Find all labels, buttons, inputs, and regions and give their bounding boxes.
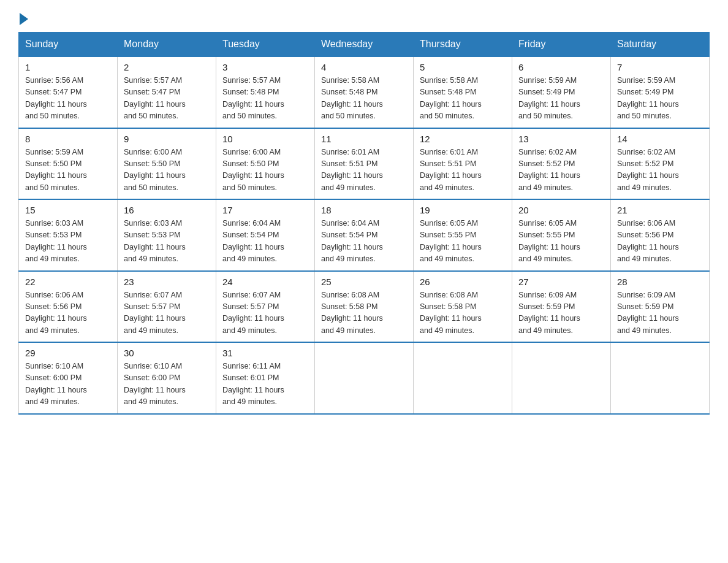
calendar-week-row: 8Sunrise: 5:59 AMSunset: 5:50 PMDaylight… xyxy=(19,128,710,200)
calendar-day-cell: 22Sunrise: 6:06 AMSunset: 5:56 PMDayligh… xyxy=(19,271,118,343)
day-info: Sunrise: 6:11 AMSunset: 6:01 PMDaylight:… xyxy=(222,361,308,408)
day-info: Sunrise: 6:01 AMSunset: 5:51 PMDaylight:… xyxy=(321,147,407,194)
calendar-day-cell: 12Sunrise: 6:01 AMSunset: 5:51 PMDayligh… xyxy=(414,128,512,200)
day-number: 17 xyxy=(222,205,308,215)
weekday-header-thursday: Thursday xyxy=(414,33,512,57)
calendar-day-cell: 8Sunrise: 5:59 AMSunset: 5:50 PMDaylight… xyxy=(19,128,118,200)
day-number: 11 xyxy=(321,134,407,144)
weekday-header-tuesday: Tuesday xyxy=(216,33,315,57)
day-number: 25 xyxy=(321,277,407,287)
empty-cell xyxy=(512,342,611,414)
day-info: Sunrise: 5:57 AMSunset: 5:47 PMDaylight:… xyxy=(124,75,210,123)
day-info: Sunrise: 6:10 AMSunset: 6:00 PMDaylight:… xyxy=(124,361,210,408)
calendar-day-cell: 9Sunrise: 6:00 AMSunset: 5:50 PMDaylight… xyxy=(118,128,216,200)
day-info: Sunrise: 6:08 AMSunset: 5:58 PMDaylight:… xyxy=(420,289,506,337)
calendar-day-cell: 29Sunrise: 6:10 AMSunset: 6:00 PMDayligh… xyxy=(19,342,118,414)
day-info: Sunrise: 5:59 AMSunset: 5:49 PMDaylight:… xyxy=(518,75,604,123)
day-number: 14 xyxy=(617,134,703,144)
calendar-day-cell: 26Sunrise: 6:08 AMSunset: 5:58 PMDayligh… xyxy=(414,271,512,343)
day-info: Sunrise: 6:08 AMSunset: 5:58 PMDaylight:… xyxy=(321,289,407,337)
day-info: Sunrise: 6:07 AMSunset: 5:57 PMDaylight:… xyxy=(124,289,210,337)
calendar-week-row: 1Sunrise: 5:56 AMSunset: 5:47 PMDaylight… xyxy=(19,56,710,128)
calendar-day-cell: 21Sunrise: 6:06 AMSunset: 5:56 PMDayligh… xyxy=(611,199,710,271)
day-info: Sunrise: 6:00 AMSunset: 5:50 PMDaylight:… xyxy=(124,147,210,194)
calendar-day-cell: 4Sunrise: 5:58 AMSunset: 5:48 PMDaylight… xyxy=(315,56,414,128)
logo xyxy=(18,12,29,21)
day-info: Sunrise: 6:02 AMSunset: 5:52 PMDaylight:… xyxy=(617,147,703,194)
day-info: Sunrise: 6:06 AMSunset: 5:56 PMDaylight:… xyxy=(25,289,111,337)
calendar-day-cell: 17Sunrise: 6:04 AMSunset: 5:54 PMDayligh… xyxy=(216,199,315,271)
day-number: 2 xyxy=(124,62,210,72)
calendar-day-cell: 6Sunrise: 5:59 AMSunset: 5:49 PMDaylight… xyxy=(512,56,611,128)
weekday-header-wednesday: Wednesday xyxy=(315,33,414,57)
day-number: 16 xyxy=(124,205,210,215)
day-number: 7 xyxy=(617,62,703,72)
day-info: Sunrise: 6:05 AMSunset: 5:55 PMDaylight:… xyxy=(518,218,604,266)
day-info: Sunrise: 6:02 AMSunset: 5:52 PMDaylight:… xyxy=(518,147,604,194)
weekday-header-saturday: Saturday xyxy=(611,33,710,57)
calendar-day-cell: 3Sunrise: 5:57 AMSunset: 5:48 PMDaylight… xyxy=(216,56,315,128)
day-info: Sunrise: 5:59 AMSunset: 5:50 PMDaylight:… xyxy=(25,147,111,194)
day-info: Sunrise: 6:04 AMSunset: 5:54 PMDaylight:… xyxy=(321,218,407,266)
day-number: 28 xyxy=(617,277,703,287)
day-info: Sunrise: 6:03 AMSunset: 5:53 PMDaylight:… xyxy=(124,218,210,266)
calendar-day-cell: 23Sunrise: 6:07 AMSunset: 5:57 PMDayligh… xyxy=(118,271,216,343)
calendar-day-cell: 14Sunrise: 6:02 AMSunset: 5:52 PMDayligh… xyxy=(611,128,710,200)
day-info: Sunrise: 6:09 AMSunset: 5:59 PMDaylight:… xyxy=(617,289,703,337)
calendar-day-cell: 16Sunrise: 6:03 AMSunset: 5:53 PMDayligh… xyxy=(118,199,216,271)
day-info: Sunrise: 6:07 AMSunset: 5:57 PMDaylight:… xyxy=(222,289,308,337)
day-info: Sunrise: 6:03 AMSunset: 5:53 PMDaylight:… xyxy=(25,218,111,266)
day-info: Sunrise: 5:59 AMSunset: 5:49 PMDaylight:… xyxy=(617,75,703,123)
day-info: Sunrise: 5:57 AMSunset: 5:48 PMDaylight:… xyxy=(222,75,308,123)
day-number: 30 xyxy=(124,348,210,358)
day-number: 4 xyxy=(321,62,407,72)
calendar-day-cell: 19Sunrise: 6:05 AMSunset: 5:55 PMDayligh… xyxy=(414,199,512,271)
day-number: 3 xyxy=(222,62,308,72)
calendar-day-cell: 5Sunrise: 5:58 AMSunset: 5:48 PMDaylight… xyxy=(414,56,512,128)
page-header xyxy=(18,12,710,21)
day-info: Sunrise: 6:01 AMSunset: 5:51 PMDaylight:… xyxy=(420,147,506,194)
day-number: 27 xyxy=(518,277,604,287)
day-number: 31 xyxy=(222,348,308,358)
day-number: 5 xyxy=(420,62,506,72)
calendar-day-cell: 25Sunrise: 6:08 AMSunset: 5:58 PMDayligh… xyxy=(315,271,414,343)
day-number: 8 xyxy=(25,134,111,144)
calendar-day-cell: 18Sunrise: 6:04 AMSunset: 5:54 PMDayligh… xyxy=(315,199,414,271)
empty-cell xyxy=(414,342,512,414)
day-info: Sunrise: 5:56 AMSunset: 5:47 PMDaylight:… xyxy=(25,75,111,123)
day-number: 15 xyxy=(25,205,111,215)
day-info: Sunrise: 6:09 AMSunset: 5:59 PMDaylight:… xyxy=(518,289,604,337)
day-number: 22 xyxy=(25,277,111,287)
calendar-table: SundayMondayTuesdayWednesdayThursdayFrid… xyxy=(18,32,710,415)
calendar-day-cell: 20Sunrise: 6:05 AMSunset: 5:55 PMDayligh… xyxy=(512,199,611,271)
calendar-day-cell: 7Sunrise: 5:59 AMSunset: 5:49 PMDaylight… xyxy=(611,56,710,128)
day-number: 21 xyxy=(617,205,703,215)
empty-cell xyxy=(315,342,414,414)
day-number: 23 xyxy=(124,277,210,287)
calendar-day-cell: 11Sunrise: 6:01 AMSunset: 5:51 PMDayligh… xyxy=(315,128,414,200)
calendar-day-cell: 1Sunrise: 5:56 AMSunset: 5:47 PMDaylight… xyxy=(19,56,118,128)
day-info: Sunrise: 6:06 AMSunset: 5:56 PMDaylight:… xyxy=(617,218,703,266)
calendar-day-cell: 31Sunrise: 6:11 AMSunset: 6:01 PMDayligh… xyxy=(216,342,315,414)
day-number: 13 xyxy=(518,134,604,144)
calendar-day-cell: 30Sunrise: 6:10 AMSunset: 6:00 PMDayligh… xyxy=(118,342,216,414)
day-number: 1 xyxy=(25,62,111,72)
weekday-header-monday: Monday xyxy=(118,33,216,57)
calendar-day-cell: 27Sunrise: 6:09 AMSunset: 5:59 PMDayligh… xyxy=(512,271,611,343)
logo-arrow-icon xyxy=(20,13,28,25)
day-number: 19 xyxy=(420,205,506,215)
calendar-week-row: 15Sunrise: 6:03 AMSunset: 5:53 PMDayligh… xyxy=(19,199,710,271)
calendar-week-row: 22Sunrise: 6:06 AMSunset: 5:56 PMDayligh… xyxy=(19,271,710,343)
calendar-day-cell: 10Sunrise: 6:00 AMSunset: 5:50 PMDayligh… xyxy=(216,128,315,200)
day-number: 18 xyxy=(321,205,407,215)
day-number: 20 xyxy=(518,205,604,215)
weekday-header-sunday: Sunday xyxy=(19,33,118,57)
day-number: 9 xyxy=(124,134,210,144)
day-number: 29 xyxy=(25,348,111,358)
calendar-week-row: 29Sunrise: 6:10 AMSunset: 6:00 PMDayligh… xyxy=(19,342,710,414)
day-number: 10 xyxy=(222,134,308,144)
day-info: Sunrise: 6:00 AMSunset: 5:50 PMDaylight:… xyxy=(222,147,308,194)
day-info: Sunrise: 5:58 AMSunset: 5:48 PMDaylight:… xyxy=(420,75,506,123)
calendar-day-cell: 13Sunrise: 6:02 AMSunset: 5:52 PMDayligh… xyxy=(512,128,611,200)
day-info: Sunrise: 5:58 AMSunset: 5:48 PMDaylight:… xyxy=(321,75,407,123)
